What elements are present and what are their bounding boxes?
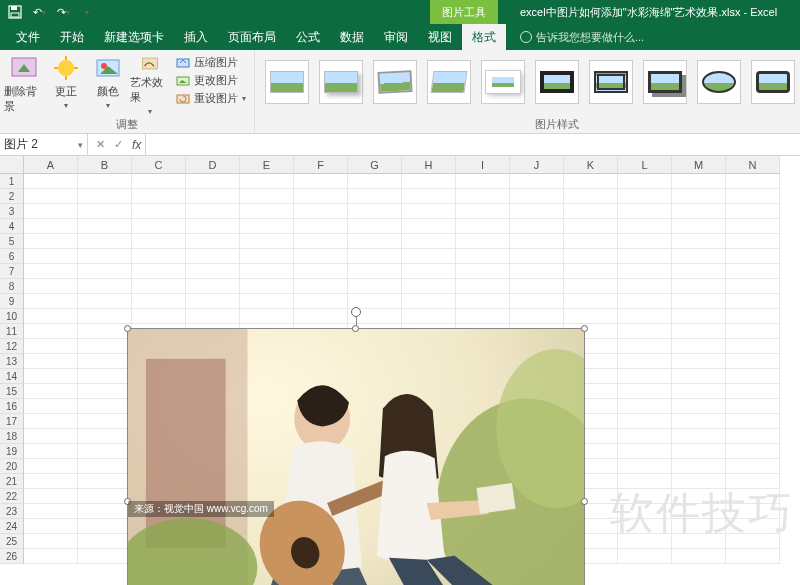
cell[interactable]	[78, 234, 132, 249]
cell[interactable]	[294, 249, 348, 264]
resize-handle[interactable]	[124, 325, 131, 332]
cell[interactable]	[132, 249, 186, 264]
formula-input[interactable]	[146, 134, 800, 155]
cell[interactable]	[132, 204, 186, 219]
row-header[interactable]: 14	[0, 369, 24, 384]
cell[interactable]	[240, 189, 294, 204]
cell[interactable]	[240, 309, 294, 324]
tab-view[interactable]: 视图	[418, 24, 462, 50]
picture-style-item[interactable]	[643, 60, 687, 104]
cell[interactable]	[132, 264, 186, 279]
cell[interactable]	[24, 504, 78, 519]
cell[interactable]	[672, 219, 726, 234]
cell[interactable]	[456, 174, 510, 189]
reset-picture-button[interactable]: 重设图片 ▾	[172, 90, 250, 107]
cell[interactable]	[78, 534, 132, 549]
cell[interactable]	[618, 339, 672, 354]
row-header[interactable]: 13	[0, 354, 24, 369]
cell[interactable]	[510, 219, 564, 234]
cell[interactable]	[726, 354, 780, 369]
cell[interactable]	[186, 264, 240, 279]
cell[interactable]	[348, 189, 402, 204]
cell[interactable]	[132, 219, 186, 234]
cell[interactable]	[672, 174, 726, 189]
cell[interactable]	[726, 189, 780, 204]
cell[interactable]	[24, 249, 78, 264]
picture-style-item[interactable]	[319, 60, 363, 104]
cell[interactable]	[348, 234, 402, 249]
cell[interactable]	[564, 279, 618, 294]
cell[interactable]	[24, 264, 78, 279]
col-header[interactable]: H	[402, 156, 456, 174]
row-header[interactable]: 23	[0, 504, 24, 519]
row-header[interactable]: 11	[0, 324, 24, 339]
cell[interactable]	[402, 294, 456, 309]
cell[interactable]	[672, 369, 726, 384]
cell[interactable]	[726, 384, 780, 399]
picture-style-item[interactable]	[265, 60, 309, 104]
tab-data[interactable]: 数据	[330, 24, 374, 50]
cell[interactable]	[564, 294, 618, 309]
cell[interactable]	[726, 489, 780, 504]
cell[interactable]	[510, 309, 564, 324]
row-header[interactable]: 19	[0, 444, 24, 459]
cell[interactable]	[24, 489, 78, 504]
cell[interactable]	[294, 204, 348, 219]
cell[interactable]	[510, 234, 564, 249]
cell[interactable]	[726, 204, 780, 219]
cell[interactable]	[132, 234, 186, 249]
row-header[interactable]: 5	[0, 234, 24, 249]
cell[interactable]	[726, 504, 780, 519]
row-header[interactable]: 17	[0, 414, 24, 429]
cell[interactable]	[24, 369, 78, 384]
col-header[interactable]: E	[240, 156, 294, 174]
cell[interactable]	[672, 399, 726, 414]
cell[interactable]	[240, 204, 294, 219]
col-header[interactable]: M	[672, 156, 726, 174]
cell[interactable]	[726, 459, 780, 474]
cell[interactable]	[618, 204, 672, 219]
cell[interactable]	[132, 279, 186, 294]
cell[interactable]	[24, 549, 78, 564]
cell[interactable]	[24, 399, 78, 414]
cell[interactable]	[510, 279, 564, 294]
row-header[interactable]: 6	[0, 249, 24, 264]
cell[interactable]	[564, 174, 618, 189]
cell[interactable]	[726, 219, 780, 234]
cell[interactable]	[78, 339, 132, 354]
cell[interactable]	[726, 519, 780, 534]
cell[interactable]	[672, 444, 726, 459]
row-header[interactable]: 18	[0, 429, 24, 444]
cell[interactable]	[132, 174, 186, 189]
cell[interactable]	[456, 219, 510, 234]
cell[interactable]	[726, 309, 780, 324]
cell[interactable]	[726, 324, 780, 339]
cell[interactable]	[402, 219, 456, 234]
cell[interactable]	[618, 474, 672, 489]
row-header[interactable]: 1	[0, 174, 24, 189]
col-header[interactable]: B	[78, 156, 132, 174]
resize-handle[interactable]	[581, 498, 588, 505]
cell[interactable]	[618, 189, 672, 204]
corrections-button[interactable]: 更正▾	[46, 52, 86, 116]
cell[interactable]	[510, 294, 564, 309]
cell[interactable]	[564, 264, 618, 279]
cell[interactable]	[510, 174, 564, 189]
row-header[interactable]: 24	[0, 519, 24, 534]
enter-formula-button[interactable]: ✓	[110, 137, 126, 153]
row-header[interactable]: 3	[0, 204, 24, 219]
change-picture-button[interactable]: 更改图片	[172, 72, 250, 89]
cell[interactable]	[186, 189, 240, 204]
cell[interactable]	[726, 399, 780, 414]
tab-formulas[interactable]: 公式	[286, 24, 330, 50]
cell[interactable]	[240, 294, 294, 309]
cell[interactable]	[672, 204, 726, 219]
cell[interactable]	[24, 234, 78, 249]
cell[interactable]	[78, 354, 132, 369]
cell[interactable]	[78, 459, 132, 474]
row-header[interactable]: 9	[0, 294, 24, 309]
cell[interactable]	[186, 249, 240, 264]
cell[interactable]	[24, 444, 78, 459]
cell[interactable]	[456, 249, 510, 264]
cell[interactable]	[618, 399, 672, 414]
